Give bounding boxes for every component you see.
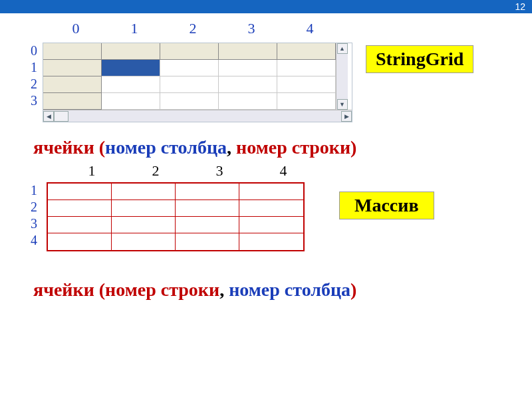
caption-text: номер строки	[105, 279, 219, 300]
array-block: 1 2 3 4 1 2 3 4 Массив	[20, 162, 512, 275]
grid-cell[interactable]	[277, 76, 336, 93]
array-cell	[239, 217, 303, 233]
array-row-headers: 1 2 3 4	[31, 182, 37, 249]
horizontal-scrollbar[interactable]: ◀ ▶	[43, 110, 352, 122]
grid-cell-selected[interactable]	[102, 60, 160, 76]
array-cell	[48, 217, 112, 233]
stringgrid-block: 0 1 2 3 4 0 1 2 3 ▲ ▼	[20, 20, 512, 133]
col-header: 3	[222, 20, 281, 37]
grid-cell[interactable]	[43, 93, 102, 110]
caption-text: номер столбца	[229, 279, 350, 300]
caption-stringgrid: ячейки (номер столбца, номер строки)	[33, 137, 512, 158]
scroll-thumb[interactable]	[54, 111, 68, 122]
caption-text: ,	[227, 137, 236, 158]
col-header: 1	[105, 20, 164, 37]
array-cell	[112, 217, 176, 233]
grid-cell[interactable]	[43, 60, 102, 76]
grid-cell[interactable]	[102, 93, 160, 110]
col-header: 1	[60, 162, 124, 180]
row-header: 1	[31, 182, 37, 199]
grid-cell[interactable]	[160, 43, 219, 60]
scroll-right-icon[interactable]: ▶	[341, 111, 352, 122]
row-header: 2	[31, 199, 37, 215]
array-cell	[176, 184, 239, 200]
array-col-headers: 1 2 3 4	[60, 162, 315, 180]
grid-cell[interactable]	[43, 43, 102, 60]
caption-text: номер строки	[236, 137, 350, 158]
caption-text: номер столбца	[105, 137, 227, 158]
grid-cell[interactable]	[102, 43, 160, 60]
col-header: 3	[188, 162, 251, 180]
caption-text: )	[350, 279, 356, 300]
scroll-up-icon[interactable]: ▲	[337, 43, 348, 54]
array-label: Массив	[339, 192, 434, 219]
slide-content: 0 1 2 3 4 0 1 2 3 ▲ ▼	[0, 13, 532, 314]
col-header: 4	[251, 162, 315, 180]
grid-cell[interactable]	[277, 93, 336, 110]
col-header: 4	[281, 20, 339, 37]
col-header: 2	[124, 162, 188, 180]
array-cell	[48, 184, 112, 200]
grid-cell[interactable]	[219, 43, 277, 60]
caption-text: ,	[219, 279, 229, 300]
grid-cell[interactable]	[219, 60, 277, 76]
stringgrid-cells: ▲ ▼	[43, 43, 352, 110]
row-header: 3	[31, 215, 37, 232]
stringgrid-col-headers: 0 1 2 3 4	[47, 20, 339, 37]
array-cell	[239, 200, 303, 217]
array-table	[47, 182, 305, 251]
array-cell	[176, 217, 239, 233]
array-cell	[112, 233, 176, 250]
row-header: 1	[25, 59, 37, 76]
grid-cell[interactable]	[277, 60, 336, 76]
array-cell	[176, 200, 239, 217]
row-header: 3	[25, 92, 37, 109]
caption-text: ячейки (	[33, 137, 105, 158]
array-cell	[112, 200, 176, 217]
caption-text: )	[350, 137, 356, 158]
array-cell	[112, 184, 176, 200]
stringgrid-control[interactable]: ▲ ▼	[43, 43, 352, 122]
caption-array: ячейки (номер строки, номер столбца)	[33, 279, 512, 301]
stringgrid-label: StringGrid	[366, 45, 473, 73]
grid-cell[interactable]	[219, 76, 277, 93]
page-number: 12	[515, 1, 525, 12]
col-header: 0	[47, 20, 105, 37]
scroll-left-icon[interactable]: ◀	[43, 111, 54, 122]
grid-cell[interactable]	[43, 76, 102, 93]
row-header: 2	[25, 76, 37, 92]
grid-cell[interactable]	[160, 76, 219, 93]
stringgrid-row-headers: 0 1 2 3	[25, 43, 37, 109]
col-header: 2	[164, 20, 222, 37]
grid-cell[interactable]	[160, 93, 219, 110]
array-cell	[48, 233, 112, 250]
grid-cell[interactable]	[160, 60, 219, 76]
grid-cell[interactable]	[219, 93, 277, 110]
grid-cell[interactable]	[277, 43, 336, 60]
array-cell	[239, 184, 303, 200]
scroll-down-icon[interactable]: ▼	[337, 99, 348, 110]
title-bar: 12	[0, 0, 532, 13]
grid-cell[interactable]	[102, 76, 160, 93]
array-cell	[48, 200, 112, 217]
row-header: 0	[25, 43, 37, 59]
vertical-scrollbar[interactable]: ▲ ▼	[336, 43, 348, 110]
array-cell	[176, 233, 239, 250]
caption-text: ячейки (	[33, 279, 105, 300]
row-header: 4	[31, 232, 37, 249]
array-cell	[239, 233, 303, 250]
